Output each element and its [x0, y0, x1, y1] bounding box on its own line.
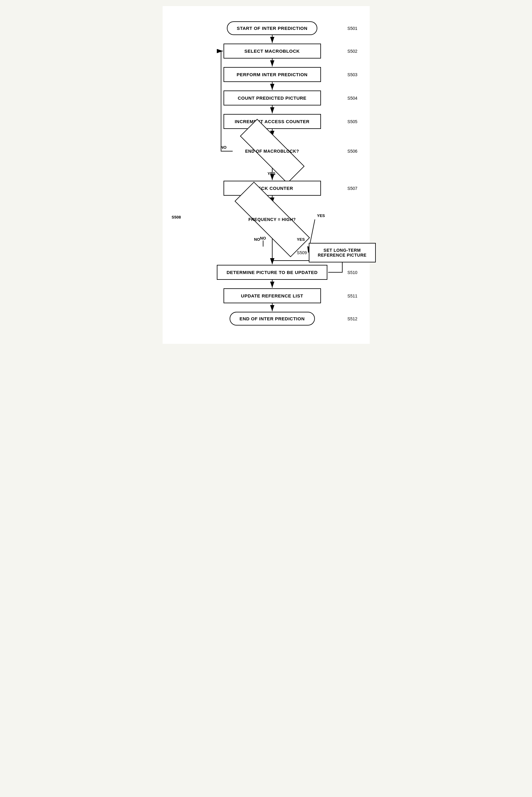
label-s510: S510 — [347, 270, 358, 275]
label-s509: S509 — [297, 250, 307, 255]
step-row-s510: DETERMINE PICTURE TO BE UPDATED S510 — [169, 265, 376, 280]
check-counter-box: CHECK COUNTER — [224, 181, 321, 196]
step-row-s508: S508 FREQUENCY = HIGH? — [169, 204, 376, 235]
step-row-s505: INCREMENT ACCESS COUNTER S505 — [169, 114, 376, 129]
s508-branch-row: NO YES S509 SET LONG-TERM REFERENCE PICT… — [169, 235, 376, 247]
frequency-high-diamond: FREQUENCY = HIGH? — [230, 204, 315, 235]
label-s505: S505 — [347, 119, 358, 124]
diagram-page: YESNONOYES START OF INTER PREDICTION S50… — [163, 6, 370, 344]
diamond-label-s506: END OF MACROBLOCK? — [245, 149, 299, 153]
label-s501: S501 — [347, 26, 358, 31]
label-s507: S507 — [347, 186, 358, 191]
select-macroblock-box: SELECT MACROBLOCK — [224, 43, 321, 58]
perform-inter-prediction-box: PERFORM INTER PREDICTION — [224, 67, 321, 82]
label-s511: S511 — [347, 293, 358, 298]
label-s503: S503 — [347, 72, 358, 77]
step-row-s501: START OF INTER PREDICTION S501 — [169, 21, 376, 35]
step-row-s511: UPDATE REFERENCE LIST S511 — [169, 288, 376, 303]
step-row-s506: END OF MACROBLOCK? S506 — [169, 138, 376, 165]
set-long-term-reference-box: SET LONG-TERM REFERENCE PICTURE — [309, 243, 376, 262]
label-s506: S506 — [347, 149, 358, 153]
end-stadium: END OF INTER PREDICTION — [230, 312, 315, 326]
yes-branch-s509: YES S509 SET LONG-TERM REFERENCE PICTURE — [297, 235, 376, 262]
label-s508: S508 — [172, 215, 181, 219]
step-row-s502: SELECT MACROBLOCK S502 — [169, 43, 376, 58]
determine-picture-box: DETERMINE PICTURE TO BE UPDATED — [217, 265, 327, 280]
label-s502: S502 — [347, 49, 358, 54]
step-row-s507: CHECK COUNTER S507 — [169, 181, 376, 196]
yes-label-row: YES — [169, 170, 376, 177]
flowchart-wrapper: YESNONOYES START OF INTER PREDICTION S50… — [169, 18, 376, 331]
yes-label-s508: YES — [297, 237, 305, 242]
start-stadium: START OF INTER PREDICTION — [227, 21, 317, 35]
diamond-label-s508: FREQUENCY = HIGH? — [248, 217, 296, 222]
end-of-macroblock-diamond: END OF MACROBLOCK? — [233, 138, 312, 165]
no-arrow-stem — [263, 240, 263, 247]
update-reference-list-box: UPDATE REFERENCE LIST — [224, 288, 321, 303]
step-row-s512: END OF INTER PREDICTION S512 — [169, 312, 376, 326]
label-s512: S512 — [347, 316, 358, 321]
flowchart: START OF INTER PREDICTION S501 SELECT MA… — [169, 18, 376, 331]
label-s504: S504 — [347, 96, 358, 101]
yes-label-s506: YES — [267, 171, 275, 176]
step-row-s503: PERFORM INTER PREDICTION S503 — [169, 67, 376, 82]
increment-access-counter-box: INCREMENT ACCESS COUNTER — [224, 114, 321, 129]
no-label-s508: NO — [260, 236, 266, 240]
step-row-s504: COUNT PREDICTED PICTURE S504 — [169, 91, 376, 106]
count-predicted-picture-box: COUNT PREDICTED PICTURE — [224, 91, 321, 106]
